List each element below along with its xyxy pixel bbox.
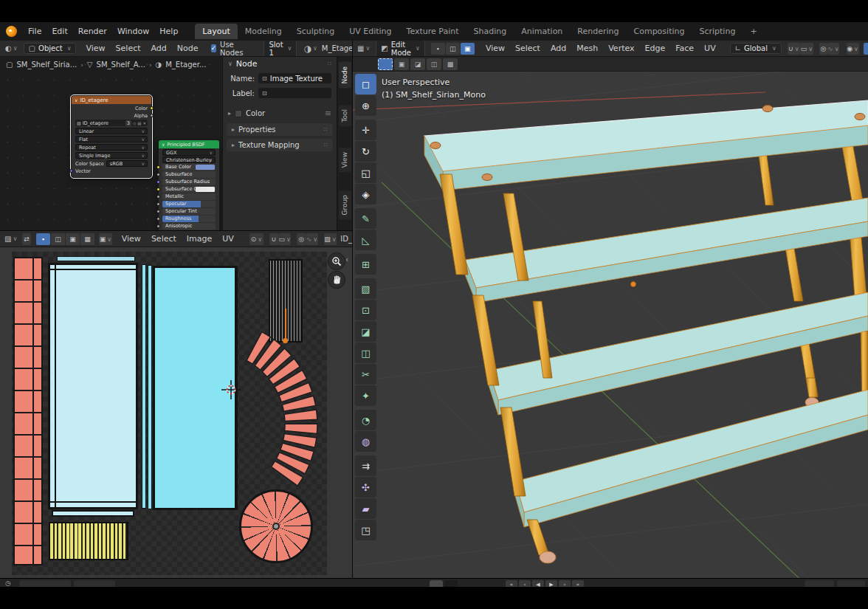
- next-keyframe-button[interactable]: ›: [559, 580, 571, 587]
- bsdf-row-subsurface[interactable]: Subsurface: [162, 171, 216, 178]
- shading-mode-partial-icon[interactable]: [864, 43, 868, 55]
- node-label-field[interactable]: ⊡: [258, 88, 331, 98]
- image-node-dropdown-single-image[interactable]: Single Image: [75, 152, 148, 159]
- uv-island-pie[interactable]: [239, 489, 313, 563]
- bsdf-input-socket[interactable]: [156, 165, 160, 169]
- bsdf-input-socket[interactable]: [156, 210, 160, 213]
- blender-logo-icon[interactable]: [6, 26, 17, 37]
- bsdf-input-socket[interactable]: [156, 173, 160, 176]
- node-name-field[interactable]: ⊡ Image Texture: [258, 73, 331, 83]
- shader-menu-select[interactable]: Select: [111, 41, 146, 55]
- prev-keyframe-button[interactable]: ‹: [519, 580, 531, 587]
- editor-splitter-horizontal[interactable]: [0, 230, 353, 231]
- topbar-menu-help[interactable]: Help: [154, 24, 183, 38]
- image-node-dropdown-repeat[interactable]: Repeat: [75, 144, 148, 151]
- workspace-tab-uv-editing[interactable]: UV Editing: [342, 24, 399, 39]
- tool-inset[interactable]: ⊡: [355, 300, 376, 320]
- timeline-chip[interactable]: [444, 580, 458, 587]
- uv-zoom-button[interactable]: [328, 252, 345, 270]
- uv-island-leg-strip[interactable]: [13, 257, 43, 565]
- image-node-dropdown-flat[interactable]: Flat: [75, 136, 148, 142]
- uv-menu-view[interactable]: View: [117, 232, 146, 246]
- uv-proportional-edit-icon[interactable]: ◎: [297, 233, 306, 245]
- sidebar-tab-tool[interactable]: Tool: [339, 105, 351, 126]
- workspace-tab-animation[interactable]: Animation: [514, 24, 570, 39]
- material-preview-icon[interactable]: ◑: [303, 44, 311, 54]
- uv-island-shelf-top-right[interactable]: [153, 266, 238, 510]
- viewport-menu-face[interactable]: Face: [670, 41, 699, 55]
- bsdf-row-base-color[interactable]: Base Color: [162, 164, 216, 171]
- uv-island-striped-block[interactable]: [269, 259, 303, 343]
- uv-sync-icon[interactable]: ⇄: [22, 233, 31, 245]
- timeline-chip[interactable]: [74, 580, 115, 587]
- uv-pan-hand-button[interactable]: [328, 271, 345, 289]
- colorspace-dropdown[interactable]: sRGB: [106, 160, 148, 167]
- workspace-tab-scripting[interactable]: Scripting: [692, 24, 743, 39]
- bsdf-row-roughness[interactable]: Roughness: [162, 216, 216, 222]
- workspace-tab-compositing[interactable]: Compositing: [627, 24, 692, 39]
- timeline-chip[interactable]: [430, 580, 443, 587]
- timeline-chip[interactable]: [805, 580, 834, 587]
- proportional-edit-toggle[interactable]: ◎: [819, 43, 827, 55]
- uv-pivot-dropdown[interactable]: ⊙∨: [249, 233, 264, 245]
- tool-select-box[interactable]: ◻: [355, 74, 376, 94]
- image-node-dropdown-linear[interactable]: Linear: [75, 128, 148, 134]
- sidebar-tab-node[interactable]: Node: [339, 62, 351, 89]
- color-list-icon[interactable]: ≡: [325, 109, 331, 118]
- bsdf-row-specular[interactable]: Specular: [162, 201, 216, 207]
- color-socket-swatch[interactable]: [235, 110, 242, 117]
- vertex-select-icon[interactable]: ∙: [431, 43, 445, 55]
- uv-select-face-icon[interactable]: ▣: [66, 233, 80, 245]
- ts-select-new[interactable]: ▢: [378, 58, 393, 70]
- workspace-tab-texture-paint[interactable]: Texture Paint: [399, 24, 466, 39]
- topbar-menu-window[interactable]: Window: [112, 24, 154, 38]
- snap-toggle[interactable]: ∪∨: [788, 43, 800, 55]
- ts-select-subtract[interactable]: ◪: [410, 58, 425, 70]
- bsdf-input-socket[interactable]: [156, 224, 160, 228]
- tool-spin[interactable]: ◔: [355, 410, 376, 430]
- uv-select-edge-icon[interactable]: ◫: [51, 233, 65, 245]
- bsdf-row-metallic[interactable]: Metallic: [162, 193, 216, 200]
- bsdf-input-socket[interactable]: [156, 195, 160, 199]
- tool-add-cube[interactable]: ⊞: [355, 254, 376, 275]
- viewport-editor-type-icon[interactable]: ▦: [357, 44, 364, 52]
- timeline-chip[interactable]: [19, 580, 71, 587]
- principled-bsdf-node-header[interactable]: ∨Principled BSDF: [159, 140, 219, 148]
- material-name[interactable]: M_Etage: [322, 44, 352, 52]
- bsdf-input-socket[interactable]: [156, 180, 160, 184]
- tool-rip[interactable]: ◳: [355, 520, 376, 540]
- uv-editor-type-icon[interactable]: ▨: [4, 235, 11, 243]
- workspace-tab-sculpting[interactable]: Sculpting: [289, 24, 342, 39]
- alpha-output-socket[interactable]: [150, 114, 154, 117]
- uv-select-vertex-icon[interactable]: ∙: [36, 233, 50, 245]
- new-image-icon[interactable]: ▤: [137, 121, 141, 125]
- bsdf-row-christensen-burley[interactable]: Christensen-Burley: [162, 156, 216, 163]
- tool-annotate[interactable]: ✎: [355, 208, 376, 229]
- bsdf-row-anisotropic[interactable]: Anisotropic: [162, 223, 216, 230]
- viewport-menu-add[interactable]: Add: [545, 41, 571, 55]
- uv-island-strip-a[interactable]: [142, 264, 146, 509]
- uv-snap-icon[interactable]: ∪: [269, 233, 278, 245]
- workspace-tab-rendering[interactable]: Rendering: [570, 24, 626, 39]
- topbar-menu-edit[interactable]: Edit: [46, 24, 72, 38]
- bsdf-row-ggx[interactable]: GGX: [162, 149, 216, 156]
- transform-orientation-dropdown[interactable]: ∟ Global ∨: [730, 43, 782, 54]
- use-nodes-checkbox[interactable]: ✓: [211, 44, 217, 52]
- uv-menu-select[interactable]: Select: [146, 232, 182, 246]
- shader-editor-type-icon[interactable]: ◐: [5, 44, 12, 52]
- uv-sticky-select-dropdown[interactable]: ▣∨: [99, 233, 112, 245]
- timeline-chip[interactable]: [837, 580, 865, 587]
- tool-move[interactable]: ✛: [355, 120, 376, 140]
- shader-menu-view[interactable]: View: [80, 41, 110, 55]
- play-button[interactable]: ▶: [545, 580, 557, 587]
- jump-to-end-button[interactable]: »: [572, 580, 584, 587]
- material-slot-dropdown[interactable]: Slot 1∨: [264, 41, 297, 57]
- tool-shear[interactable]: ▰: [355, 498, 376, 519]
- tool-rotate[interactable]: ↻: [355, 141, 376, 162]
- properties-panel[interactable]: ▸ Properties ∷: [227, 123, 333, 136]
- editor-splitter-vertical[interactable]: [352, 41, 353, 579]
- vector-input-socket[interactable]: [69, 169, 73, 173]
- ts-select-invert[interactable]: ◫: [427, 58, 441, 70]
- shader-menu-add[interactable]: Add: [146, 41, 172, 55]
- uv-island-shelf-edge-bottom[interactable]: [52, 510, 134, 517]
